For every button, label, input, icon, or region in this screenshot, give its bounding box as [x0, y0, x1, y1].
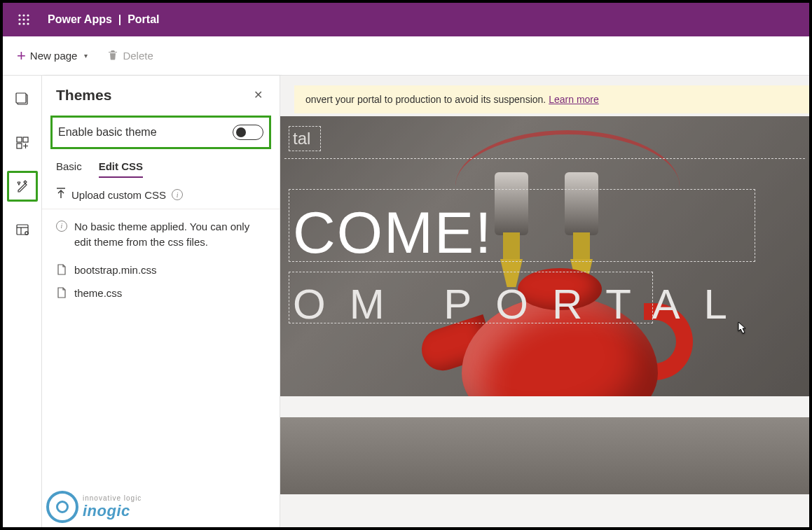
info-icon: i	[56, 221, 67, 232]
svg-rect-13	[17, 144, 22, 148]
close-icon[interactable]: ✕	[251, 85, 266, 104]
section-below-hero[interactable]	[280, 396, 809, 527]
svg-rect-11	[17, 137, 22, 142]
trial-notification: onvert your portal to production to avoi…	[294, 85, 809, 113]
no-theme-text: No basic theme applied. You can only edi…	[74, 219, 266, 250]
svg-point-6	[18, 22, 20, 25]
svg-rect-10	[16, 93, 26, 103]
workspace: Themes ✕ Enable basic theme Basic Edit C…	[3, 76, 809, 527]
title-sep: |	[115, 13, 128, 25]
selection-guide	[284, 158, 805, 159]
learn-more-link[interactable]: Learn more	[549, 94, 599, 105]
rail-pages-button[interactable]	[7, 84, 38, 115]
enable-basic-theme-toggle[interactable]	[233, 125, 263, 140]
upload-icon	[56, 188, 66, 202]
panel-title: Themes	[56, 87, 111, 104]
svg-point-0	[18, 14, 20, 16]
app-header: Power Apps | Portal	[3, 3, 809, 36]
rail-templates-button[interactable]	[7, 214, 38, 245]
css-file-item[interactable]: theme.css	[42, 281, 280, 305]
panel-header: Themes ✕	[42, 76, 280, 111]
enable-basic-theme-row: Enable basic theme	[50, 116, 271, 149]
cursor-icon	[734, 321, 749, 342]
svg-point-7	[22, 22, 25, 25]
svg-point-8	[27, 22, 29, 25]
file-icon	[56, 287, 67, 298]
toggle-knob	[236, 127, 246, 137]
rail-components-button[interactable]	[7, 127, 38, 158]
app-section: Portal	[128, 13, 159, 25]
info-icon[interactable]: i	[172, 189, 183, 200]
upload-css-label: Upload custom CSS	[71, 189, 166, 201]
tab-edit-css[interactable]: Edit CSS	[99, 160, 143, 178]
app-title: Power Apps | Portal	[48, 13, 159, 26]
svg-rect-12	[23, 137, 28, 142]
app-name: Power Apps	[48, 13, 112, 25]
chevron-down-icon: ▾	[84, 52, 88, 60]
svg-point-2	[27, 14, 29, 16]
upload-css-button[interactable]: Upload custom CSS i	[42, 178, 280, 207]
app-launcher-icon[interactable]	[10, 3, 38, 36]
file-icon	[56, 264, 67, 275]
trash-icon	[107, 49, 118, 62]
panel-tabs: Basic Edit CSS	[42, 160, 280, 178]
notification-text: onvert your portal to production to avoi…	[305, 94, 546, 105]
enable-basic-theme-label: Enable basic theme	[58, 126, 157, 139]
svg-point-3	[18, 18, 20, 20]
svg-point-4	[22, 18, 25, 20]
themes-panel: Themes ✕ Enable basic theme Basic Edit C…	[42, 76, 280, 527]
new-page-label: New page	[30, 50, 78, 62]
svg-point-5	[27, 18, 29, 20]
hero-partial-text: tal	[293, 129, 310, 148]
hero-headline[interactable]: COME!	[293, 199, 493, 267]
css-file-name: theme.css	[74, 287, 122, 299]
css-file-item[interactable]: bootstrap.min.css	[42, 258, 280, 281]
watermark-logo: innovative logic inogic	[46, 491, 142, 523]
delete-label: Delete	[123, 50, 153, 62]
divider	[42, 209, 280, 209]
command-bar: + New page ▾ Delete	[3, 36, 809, 76]
no-theme-message: i No basic theme applied. You can only e…	[42, 211, 280, 258]
dark-band	[280, 417, 809, 494]
watermark-brand: inogic	[83, 502, 142, 520]
watermark-tag: innovative logic	[83, 494, 142, 502]
tab-basic[interactable]: Basic	[56, 160, 82, 178]
svg-rect-14	[17, 225, 28, 235]
delete-button[interactable]: Delete	[106, 46, 154, 65]
plus-icon: +	[17, 48, 26, 64]
hero-subline[interactable]: OM PORTAL	[293, 280, 751, 328]
css-file-name: bootstrap.min.css	[74, 264, 157, 276]
hero-section[interactable]: tal COME! OM PORTAL	[280, 116, 809, 408]
portal-canvas[interactable]: onvert your portal to production to avoi…	[280, 76, 809, 527]
left-rail	[3, 76, 42, 527]
logo-icon	[46, 491, 78, 523]
new-page-button[interactable]: + New page ▾	[15, 46, 89, 67]
rail-themes-button[interactable]	[7, 171, 38, 202]
svg-point-1	[22, 14, 25, 16]
